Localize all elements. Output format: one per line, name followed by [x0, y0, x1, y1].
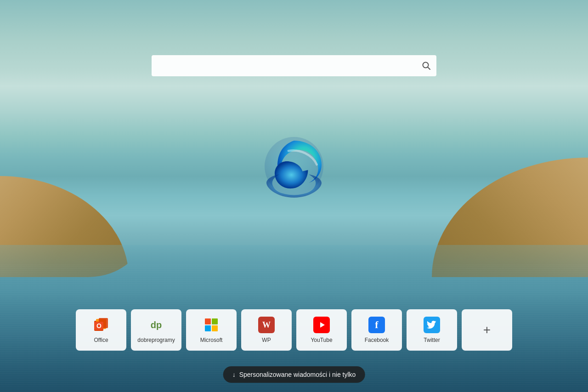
wp-label: WP: [262, 337, 271, 343]
add-icon: +: [483, 323, 491, 337]
search-container: [152, 55, 436, 76]
facebook-label: Facebook: [365, 337, 389, 343]
dp-icon: dp: [148, 317, 164, 333]
quick-links: O Office dp dobreprogramy Microsoft W WP: [76, 309, 512, 351]
search-input[interactable]: [152, 55, 436, 76]
quick-link-facebook[interactable]: f Facebook: [351, 309, 402, 351]
add-site-button[interactable]: +: [462, 309, 512, 351]
search-button[interactable]: [422, 61, 431, 70]
edge-logo: [257, 133, 331, 207]
bottom-bar[interactable]: ↓ Spersonalizowane wiadomości i nie tylk…: [223, 366, 365, 383]
svg-line-1: [428, 67, 430, 69]
youtube-label: YouTube: [311, 337, 332, 343]
search-icon: [422, 61, 431, 70]
svg-marker-8: [320, 322, 325, 328]
dobreprogramy-label: dobreprogramy: [137, 337, 175, 343]
svg-text:O: O: [96, 322, 102, 330]
wp-icon-container: W: [258, 317, 275, 333]
quick-link-wp[interactable]: W WP: [241, 309, 292, 351]
bottom-bar-arrow-icon: ↓: [232, 371, 236, 378]
quick-link-microsoft[interactable]: Microsoft: [186, 309, 237, 351]
facebook-icon: f: [368, 317, 385, 333]
office-label: Office: [94, 337, 108, 343]
microsoft-label: Microsoft: [200, 337, 223, 343]
quick-link-twitter[interactable]: Twitter: [407, 309, 457, 351]
youtube-icon: [313, 317, 330, 333]
twitter-label: Twitter: [424, 337, 440, 343]
quick-link-youtube[interactable]: YouTube: [296, 309, 347, 351]
quick-link-dobreprogramy[interactable]: dp dobreprogramy: [131, 309, 181, 351]
microsoft-icon: [203, 317, 220, 333]
bottom-bar-text: Spersonalizowane wiadomości i nie tylko: [239, 371, 356, 378]
office-icon: O: [93, 317, 109, 333]
quick-link-office[interactable]: O Office: [76, 309, 126, 351]
twitter-icon: [424, 317, 440, 333]
